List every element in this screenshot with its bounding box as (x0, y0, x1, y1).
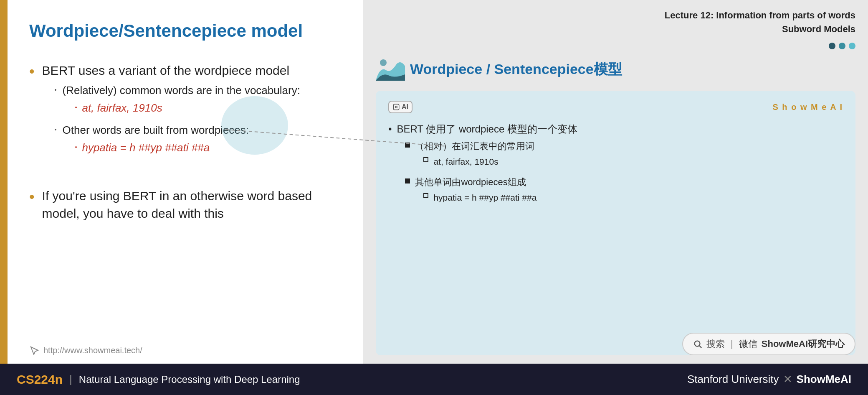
card-sub-sub-list-1-1: at, fairfax, 1910s (423, 155, 534, 168)
card-sub-item-1-2: 其他单词由wordpieces组成 hypatia = h ##yp ##ati… (405, 176, 577, 207)
sub-sub-item-1-1-1: • at, fairfax, 1910s (75, 100, 300, 115)
content-card: AI S h o w M e A I • BERT 使用了 wordpiece … (376, 91, 855, 355)
svg-point-4 (695, 341, 700, 347)
slide-title: Wordpiece/Sentencepiece model (29, 21, 342, 41)
card-sub-list-1: （相对）在词汇表中的常用词 at, fairfax, 1910s (405, 140, 577, 207)
card-sub-sub-text-1-1-1: at, fairfax, 1910s (433, 155, 498, 168)
dot-light (849, 43, 855, 49)
lecture-line1: Lecture 12: Information from parts of wo… (376, 8, 855, 22)
ai-badge: AI (388, 101, 412, 113)
bottom-left: CS224n | Natural Language Processing wit… (17, 372, 300, 387)
sub-item-1-1: • (Relatively) common words are in the v… (55, 83, 300, 118)
course-name: Natural Language Processing with Deep Le… (79, 374, 300, 385)
sub-text-1-1: (Relatively) common words are in the voc… (63, 84, 300, 97)
course-code: CS224n (17, 372, 63, 387)
sub-sub-text-1-2-1: hypatia = h ##yp ##ati ##a (82, 140, 210, 155)
dots-row (376, 43, 855, 49)
bottom-bar: CS224n | Natural Language Processing wit… (0, 364, 868, 395)
showmeai-label: S h o w M e A I (772, 102, 843, 112)
bullet-dot-1: • (29, 61, 35, 82)
sub-sub-list-1-2: • hypatia = h ##yp ##ati ##a (75, 140, 249, 155)
sub-text-1-2: Other words are built from wordpieces: (63, 124, 249, 136)
card-sub-sub-list-1-2: hypatia = h ##yp ##ati ##a (423, 191, 536, 204)
svg-line-5 (699, 346, 701, 348)
svg-rect-2 (393, 104, 399, 110)
bottom-right: Stanford University ✕ ShowMeAI (687, 373, 851, 386)
card-sub-sub-text-1-2-1: hypatia = h ##yp ##ati ##a (433, 191, 536, 204)
card-open-square-1-2-1 (423, 193, 428, 198)
card-bullet-list: • BERT 使用了 wordpiece 模型的一个变体 （相对）在词汇表中的常… (388, 122, 843, 212)
card-header: AI S h o w M e A I (388, 101, 843, 113)
sub-sub-list-1-1: • at, fairfax, 1910s (75, 100, 300, 115)
svg-point-1 (380, 59, 387, 66)
sub-dot-1-2: • (55, 126, 57, 134)
search-wechat: 微信 (739, 338, 757, 350)
lecture-header: Lecture 12: Information from parts of wo… (376, 8, 855, 36)
bullet-item-2: • If you're using BERT in an otherwise w… (29, 187, 342, 222)
sub-sub-dot-1-1-1: • (75, 104, 77, 112)
card-sub-text-1-1: （相对）在词汇表中的常用词 (415, 141, 534, 151)
sub-sub-text-1-1-1: at, fairfax, 1910s (82, 100, 162, 115)
search-brand: ShowMeAI研究中心 (762, 338, 845, 350)
main-bullet-list: • BERT uses a variant of the wordpiece m… (29, 62, 342, 222)
ai-icon (392, 103, 400, 111)
bullet-text-1: BERT uses a variant of the wordpiece mod… (42, 64, 290, 77)
left-accent-border (0, 0, 8, 364)
right-title-row: Wordpiece / Sentencepiece模型 (376, 58, 855, 81)
search-icon (693, 339, 702, 349)
left-slide-panel: Wordpiece/Sentencepiece model • BERT use… (0, 0, 363, 364)
sub-dot-1-1: • (55, 86, 57, 94)
sub-item-1-2: • Other words are built from wordpieces:… (55, 122, 300, 158)
card-open-square-1-1-1 (423, 157, 428, 162)
slide-footer: http://www.showmeai.tech/ (29, 345, 142, 355)
card-sub-sub-item-1-1-1: at, fairfax, 1910s (423, 155, 534, 168)
showmeai-bottom-text: ShowMeAI (797, 373, 851, 386)
ai-badge-text: AI (402, 103, 408, 111)
card-sub-item-1-1: （相对）在词汇表中的常用词 at, fairfax, 1910s (405, 140, 577, 171)
dot-dark (829, 43, 835, 49)
bullet-text-2: If you're using BERT in an otherwise wor… (42, 187, 326, 222)
right-panel: Lecture 12: Information from parts of wo… (363, 0, 868, 364)
stanford-university-text: Stanford University (687, 373, 779, 386)
card-main-dot-1: • (388, 122, 392, 137)
wordpiece-icon (376, 58, 405, 81)
dot-teal (839, 43, 845, 49)
right-title-text: Wordpiece / Sentencepiece模型 (410, 60, 622, 79)
lecture-line2: Subword Models (376, 22, 855, 36)
x-symbol: ✕ (783, 373, 792, 386)
sub-list-1: • (Relatively) common words are in the v… (55, 83, 300, 158)
card-square-1-1 (405, 143, 410, 148)
search-divider: | (731, 339, 733, 349)
card-main-text-1: BERT 使用了 wordpiece 模型的一个变体 (397, 123, 577, 135)
bullet-item-1: • BERT uses a variant of the wordpiece m… (29, 62, 342, 162)
svg-point-3 (395, 106, 397, 108)
card-sub-text-1-2: 其他单词由wordpieces组成 (415, 177, 526, 187)
card-sub-sub-item-1-2-1: hypatia = h ##yp ##ati ##a (423, 191, 536, 204)
search-label: 搜索 (706, 338, 725, 350)
cursor-icon (29, 345, 39, 355)
search-bar[interactable]: 搜索 | 微信 ShowMeAI研究中心 (682, 333, 855, 355)
sub-sub-dot-1-2-1: • (75, 143, 77, 152)
icon-svg (376, 58, 405, 81)
card-square-1-2 (405, 178, 410, 183)
main-area: Wordpiece/Sentencepiece model • BERT use… (0, 0, 868, 364)
bullet-dot-2: • (29, 186, 35, 207)
sub-sub-item-1-2-1: • hypatia = h ##yp ##ati ##a (75, 140, 249, 155)
bottom-divider: | (69, 373, 72, 386)
card-main-item-1: • BERT 使用了 wordpiece 模型的一个变体 （相对）在词汇表中的常… (388, 122, 843, 212)
footer-url: http://www.showmeai.tech/ (43, 346, 142, 355)
